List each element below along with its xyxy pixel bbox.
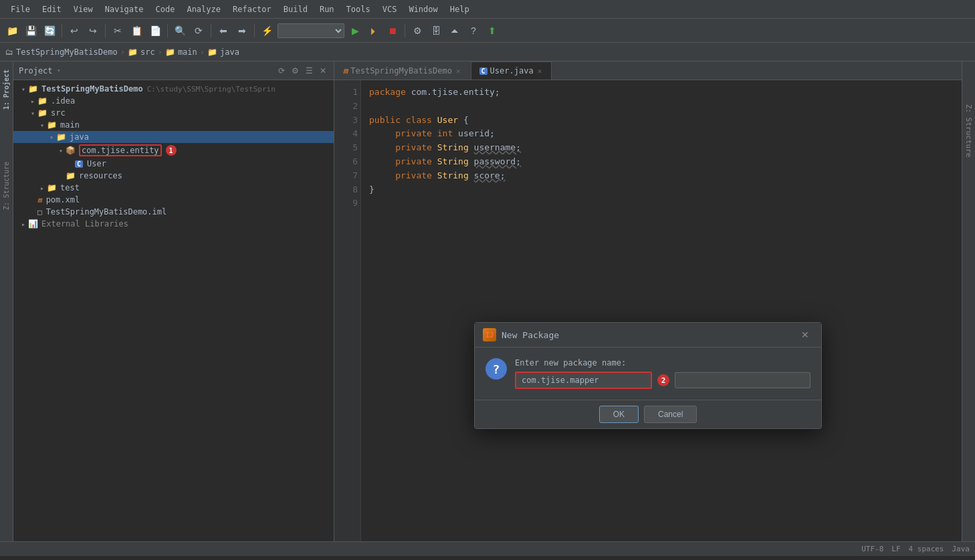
java-folder-icon: 📁: [207, 47, 217, 57]
tree-item-user[interactable]: ▸ C User: [13, 158, 334, 170]
class-name: User: [437, 115, 458, 125]
menu-analyze[interactable]: Analyze: [181, 3, 226, 15]
tree-item-resources[interactable]: ▸ 📁 resources: [13, 170, 334, 182]
breadcrumb-java[interactable]: 📁 java: [207, 47, 239, 57]
tree-item-root[interactable]: ▾ 📁 TestSpringMyBatisDemo C:\study\SSM\S…: [13, 83, 334, 95]
hide-btn[interactable]: ✕: [318, 65, 328, 77]
tree-main-label: main: [60, 120, 80, 130]
breadcrumb-main[interactable]: 📁 main: [165, 47, 197, 57]
menu-window[interactable]: Window: [403, 3, 443, 15]
collapse-btn[interactable]: ⚙: [290, 65, 301, 77]
project-tree: ▾ 📁 TestSpringMyBatisDemo C:\study\SSM\S…: [13, 80, 334, 541]
toolbar-forward-btn[interactable]: ➡: [234, 23, 250, 39]
toolbar-search-btn[interactable]: 🔍: [172, 23, 188, 39]
menu-edit[interactable]: Edit: [37, 3, 67, 15]
test-folder-icon: 📁: [47, 183, 57, 192]
toolbar-separator-6: [405, 24, 405, 37]
project-header-left: Project ▾: [19, 66, 61, 76]
menu-help[interactable]: Help: [445, 3, 475, 15]
toolbar-save-btn[interactable]: 💾: [23, 23, 39, 39]
toolbar-structure-btn[interactable]: ⚡: [259, 23, 275, 39]
tab-project-vertical[interactable]: 1: Project: [1, 64, 11, 115]
toolbar-debug-btn[interactable]: ⏵: [366, 23, 382, 39]
toolbar-settings-btn[interactable]: ⚙: [409, 23, 425, 39]
line-num-6: 6: [337, 155, 358, 169]
tree-user-label: User: [87, 159, 106, 168]
menu-navigate[interactable]: Navigate: [100, 3, 149, 15]
toolbar-refresh-btn[interactable]: 🔄: [41, 23, 58, 39]
toolbar-stop-btn[interactable]: ⏹: [385, 23, 401, 39]
menu-run[interactable]: Run: [314, 3, 340, 15]
code-line-7: private String score;: [369, 169, 954, 183]
type-string-5: String: [437, 142, 469, 152]
menu-build[interactable]: Build: [278, 3, 313, 15]
toolbar-copy-btn[interactable]: 📋: [128, 23, 144, 39]
tree-item-main[interactable]: ▾ 📁 main: [13, 119, 334, 131]
package-name-input[interactable]: [515, 372, 652, 389]
toolbar-separator-3: [167, 24, 168, 37]
toolbar-db-btn[interactable]: 🗄: [428, 23, 444, 39]
toolbar-open-btn[interactable]: 📁: [4, 23, 20, 39]
toolbar-paste-btn[interactable]: 📄: [147, 23, 163, 39]
toolbar-vcs-btn[interactable]: ⏶: [447, 23, 463, 39]
menu-tools[interactable]: Tools: [341, 3, 376, 15]
tab-userjava-close[interactable]: ✕: [536, 67, 544, 76]
tree-item-java[interactable]: ▾ 📁 java: [13, 131, 334, 143]
toolbar-cut-btn[interactable]: ✂: [110, 23, 126, 39]
toolbar-help-btn[interactable]: ?: [465, 23, 481, 39]
ext-libs-icon: 📊: [28, 219, 38, 229]
menu-view[interactable]: View: [68, 3, 98, 15]
project-dropdown-icon[interactable]: ▾: [57, 66, 62, 75]
tree-item-entity-pkg[interactable]: ▾ 📦 com.tjise.entity 1: [13, 143, 334, 158]
toolbar-update-btn[interactable]: ⬆: [484, 23, 500, 39]
menu-vcs[interactable]: VCS: [377, 3, 403, 15]
breadcrumb-main-label: main: [178, 47, 197, 57]
tab-testspring-close[interactable]: ✕: [455, 67, 462, 76]
tree-item-src[interactable]: ▾ 📁 src: [13, 107, 334, 119]
gear-btn[interactable]: ☰: [304, 65, 315, 77]
status-bar: UTF-8 LF 4 spaces Java: [0, 541, 975, 556]
project-panel-header: Project ▾ ⟳ ⚙ ☰ ✕: [13, 61, 334, 80]
menu-file[interactable]: File: [5, 3, 35, 15]
badge-one: 1: [166, 145, 177, 156]
tree-item-test[interactable]: ▸ 📁 test: [13, 182, 334, 194]
new-package-dialog[interactable]: IJ New Package ✕ ? Enter new package nam…: [474, 322, 822, 429]
menu-refactor[interactable]: Refactor: [227, 3, 277, 15]
menu-code[interactable]: Code: [150, 3, 181, 15]
tree-item-pom[interactable]: ▸ m pom.xml: [13, 194, 334, 206]
toolbar-replace-btn[interactable]: ⟳: [191, 23, 207, 39]
dialog-cancel-btn[interactable]: Cancel: [644, 406, 697, 423]
toolbar-config-dropdown[interactable]: [278, 23, 344, 38]
tab-userjava[interactable]: C User.java ✕: [471, 61, 552, 80]
toolbar-undo-btn[interactable]: ↩: [66, 23, 82, 39]
indent-7: [369, 170, 390, 180]
main-layout: 1: Project Z: Structure Project ▾ ⟳ ⚙ ☰ …: [0, 61, 975, 541]
package-name-input-ext[interactable]: [675, 372, 810, 388]
tree-java-label: java: [70, 132, 89, 142]
line-num-1: 1: [337, 86, 358, 100]
entity-pkg-icon: 📦: [66, 146, 76, 155]
structure-tab-label[interactable]: Z: Structure: [963, 102, 974, 160]
code-content[interactable]: package com.tjise.entity; public class U…: [361, 80, 962, 541]
tree-src-label: src: [51, 108, 66, 118]
tab-bar: m TestSpringMyBatisDemo ✕ C User.java ✕: [334, 61, 962, 80]
code-editor: m TestSpringMyBatisDemo ✕ C User.java ✕ …: [334, 61, 962, 541]
toolbar-separator-1: [62, 24, 62, 37]
brace-close: }: [369, 184, 374, 194]
tree-item-iml[interactable]: ▸ □ TestSpringMyBatisDemo.iml: [13, 206, 334, 218]
sync-btn[interactable]: ⟳: [276, 65, 287, 77]
tree-item-idea[interactable]: ▸ 📁 .idea: [13, 95, 334, 107]
breadcrumb-src[interactable]: 📁 src: [128, 47, 155, 57]
tab-testspring[interactable]: m TestSpringMyBatisDemo ✕: [334, 61, 471, 80]
dialog-close-btn[interactable]: ✕: [797, 328, 813, 341]
tab-structure-vertical[interactable]: Z: Structure: [1, 156, 11, 215]
breadcrumb-project[interactable]: 🗂 TestSpringMyBatisDemo: [5, 47, 118, 57]
resources-folder-icon: 📁: [66, 171, 76, 180]
toolbar-back-btn[interactable]: ⬅: [215, 23, 231, 39]
toolbar-run-btn[interactable]: ▶: [347, 23, 363, 39]
status-encoding: UTF-8: [861, 545, 883, 553]
toolbar-redo-btn[interactable]: ↪: [85, 23, 101, 39]
dialog-ok-btn[interactable]: OK: [599, 406, 639, 423]
iml-icon: □: [37, 208, 42, 217]
tree-item-ext-libs[interactable]: ▸ 📊 External Libraries: [13, 218, 334, 230]
